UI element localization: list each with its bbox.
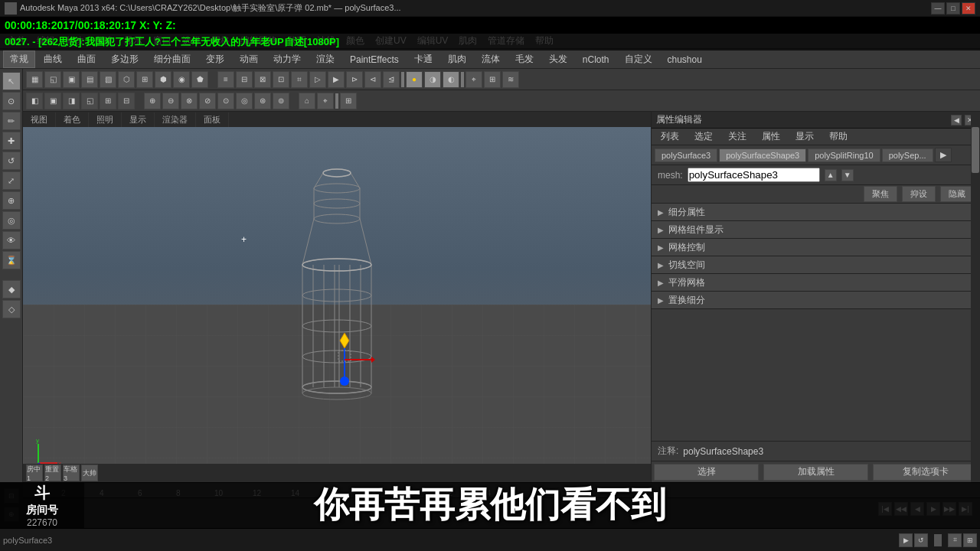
tb-icon-14[interactable]: ⊡ [273, 71, 289, 88]
tool-select[interactable]: ↖ [2, 72, 21, 90]
tb-shape-gray2[interactable]: ◐ [443, 71, 459, 88]
tab-general[interactable]: 常规 [3, 51, 35, 68]
tb-shape-gray1[interactable]: ◑ [424, 71, 441, 88]
playback-fwd[interactable]: ▶▶ [942, 502, 956, 516]
tb-icon-15[interactable]: ⌗ [291, 71, 308, 88]
btn-load-attr[interactable]: 加载属性 [763, 464, 868, 481]
attr-tab-selected[interactable]: 选定 [688, 129, 719, 144]
mesh-arrow-up[interactable]: ▲ [825, 169, 837, 181]
scrollbar-thumb[interactable] [972, 127, 979, 173]
tb-shape-yellow[interactable]: ● [406, 71, 423, 88]
tb-icon-4[interactable]: ▤ [81, 71, 98, 88]
tb2-icon-13[interactable]: ⊛ [254, 93, 271, 109]
attr-section-mesh-comp-header[interactable]: ▶ 网格组件显示 [652, 221, 980, 238]
tb2-icon-14[interactable]: ⊚ [273, 93, 289, 109]
tb-icon-3[interactable]: ▣ [63, 71, 80, 88]
tool-universal[interactable]: ⊕ [2, 191, 21, 210]
status-play-btn[interactable]: ▶ [899, 533, 913, 547]
viewport-3d[interactable]: x y z + [23, 127, 651, 482]
tab-fur[interactable]: 毛发 [508, 51, 541, 68]
tool-snap2[interactable]: ◇ [2, 300, 21, 318]
action-focus-btn[interactable]: 聚焦 [864, 186, 897, 202]
tab-deform[interactable]: 变形 [199, 51, 231, 68]
tb-icon-19[interactable]: ⊲ [364, 71, 381, 88]
tb-icon-20[interactable]: ⊴ [383, 71, 400, 88]
viewport-label-show[interactable]: 显示 [122, 112, 155, 127]
tb2-icon-17[interactable]: ⊞ [340, 93, 357, 109]
viewport-label-renderer[interactable]: 渲染器 [155, 112, 196, 127]
tab-subdiv[interactable]: 细分曲面 [147, 51, 198, 68]
tab-custom[interactable]: 自定义 [618, 51, 659, 68]
attr-node-more[interactable]: ▶ [935, 148, 952, 162]
tool-history[interactable]: ⌛ [2, 251, 21, 269]
tool-paint[interactable]: ✏ [2, 112, 21, 130]
tb2-icon-9[interactable]: ⊗ [181, 93, 198, 109]
tool-snap1[interactable]: ◆ [2, 280, 21, 298]
attr-section-displace-header[interactable]: ▶ 置换细分 [652, 292, 980, 308]
tb2-icon-8[interactable]: ⊖ [162, 93, 179, 109]
attr-tab-display[interactable]: 显示 [789, 129, 820, 144]
mesh-name-input[interactable] [688, 168, 820, 182]
vbt-icon-3[interactable]: 车格3 [63, 465, 80, 481]
tb-icon-8[interactable]: ⬢ [155, 71, 172, 88]
action-suppress-btn[interactable]: 抑设 [902, 186, 936, 202]
attr-section-mesh-ctrl-header[interactable]: ▶ 网格控制 [652, 239, 980, 256]
tool-move[interactable]: ✚ [2, 132, 21, 150]
attr-node-polySep[interactable]: polySep... [882, 148, 933, 162]
viewport-label-shade[interactable]: 着色 [56, 112, 89, 127]
status-loop-btn[interactable]: ↺ [914, 533, 928, 547]
playback-end[interactable]: ▶| [959, 502, 972, 516]
tab-surface[interactable]: 曲面 [70, 51, 103, 68]
attr-node-polySurface3[interactable]: polySurface3 [655, 148, 717, 162]
tool-soft[interactable]: ◎ [2, 211, 21, 230]
tab-toon[interactable]: 卡通 [407, 51, 439, 68]
attr-section-smooth-header[interactable]: ▶ 平滑网格 [652, 274, 980, 291]
close-button[interactable]: ✕ [962, 2, 975, 15]
tb-icon-17[interactable]: ▶ [328, 71, 345, 88]
attr-section-subdiv-header[interactable]: ▶ 细分属性 [652, 204, 980, 220]
mesh-arrow-down[interactable]: ▼ [841, 169, 854, 181]
minimize-button[interactable]: — [931, 2, 945, 15]
vbt-icon-2[interactable]: 重置2 [44, 465, 61, 481]
tb2-icon-1[interactable]: ◧ [26, 93, 43, 109]
attr-tab-list[interactable]: 列表 [655, 129, 685, 144]
tb-icon-18[interactable]: ⊳ [346, 71, 363, 88]
tab-chushou[interactable]: chushou [661, 52, 709, 67]
viewport-label-light[interactable]: 照明 [89, 112, 122, 127]
attr-section-tangent-header[interactable]: ▶ 切线空间 [652, 256, 980, 273]
status-render-ctrl[interactable]: ⊞ [963, 533, 977, 547]
tab-muscle[interactable]: 肌肉 [441, 51, 473, 68]
tool-show[interactable]: 👁 [2, 231, 21, 249]
vbt-icon-4[interactable]: 大帅 [81, 465, 98, 481]
vbt-icon-1[interactable]: 房中1 [26, 465, 43, 481]
playback-prev[interactable]: ◀◀ [894, 502, 908, 516]
playback-play[interactable]: ▶ [926, 502, 940, 516]
tb-icon-5[interactable]: ▧ [100, 71, 116, 88]
maximize-button[interactable]: □ [946, 2, 960, 15]
attr-scrollbar[interactable] [971, 112, 980, 482]
tab-fluid[interactable]: 流体 [475, 51, 507, 68]
attr-tab-focus[interactable]: 关注 [722, 129, 753, 144]
timeline-body[interactable]: |◀ ◀◀ ◀ ▶ ▶▶ ▶| [23, 498, 980, 529]
viewport-label-view[interactable]: 视图 [23, 112, 56, 127]
tb-icon-12[interactable]: ⊟ [236, 71, 253, 88]
tab-paintfx[interactable]: PaintEffects [343, 52, 406, 67]
tab-curves[interactable]: 曲线 [37, 51, 69, 68]
tb-icon-13[interactable]: ⊠ [254, 71, 271, 88]
timeline[interactable]: 2 4 6 8 10 12 14 16 18 20 22 24 |◀ ◀◀ ◀ … [23, 482, 980, 528]
attr-node-polySurfaceShape3[interactable]: polySurfaceShape3 [719, 148, 806, 162]
tb-icon-1[interactable]: ▦ [26, 71, 43, 88]
tb2-icon-4[interactable]: ◱ [81, 93, 98, 109]
tab-render[interactable]: 渲染 [309, 51, 341, 68]
tb-icon-9[interactable]: ◉ [173, 71, 190, 88]
tb-icon-11[interactable]: ≡ [217, 71, 234, 88]
tab-dynamics[interactable]: 动力学 [266, 51, 308, 68]
viewport-label-panel[interactable]: 面板 [196, 112, 229, 127]
action-hide-btn[interactable]: 隐藏 [940, 186, 974, 202]
tb2-icon-2[interactable]: ▣ [44, 93, 61, 109]
tb-icon-7[interactable]: ⊞ [136, 71, 153, 88]
tb-icon-grid[interactable]: ⊞ [484, 71, 501, 88]
tb-icon-more[interactable]: ≋ [502, 71, 519, 88]
attr-tab-help[interactable]: 帮助 [823, 129, 854, 144]
tab-ncloth[interactable]: nCloth [576, 52, 616, 67]
